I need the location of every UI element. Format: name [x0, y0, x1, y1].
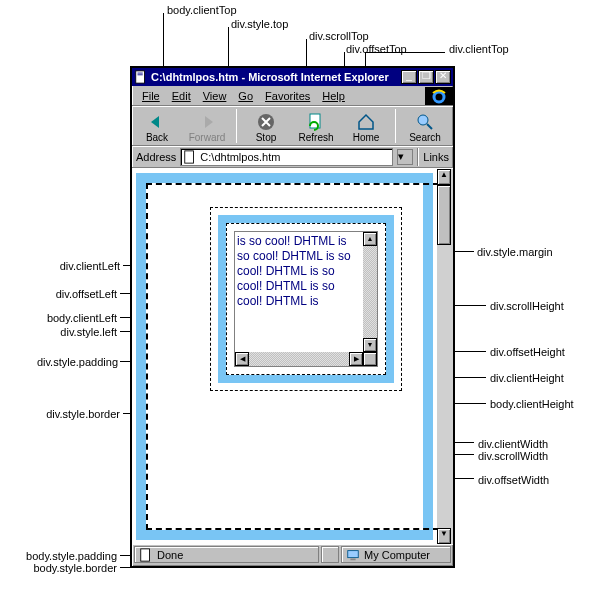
menu-favorites[interactable]: Favorites [259, 88, 316, 104]
forward-label: Forward [189, 132, 226, 143]
scroll-up-icon[interactable]: ▲ [363, 232, 377, 246]
address-dropdown[interactable]: ▾ [397, 149, 413, 165]
refresh-button[interactable]: Refresh [291, 110, 341, 143]
home-label: Home [353, 132, 380, 143]
menu-help[interactable]: Help [316, 88, 351, 104]
separator [395, 109, 396, 143]
lbl-body-clientleft: body.clientLeft [32, 312, 117, 324]
browser-window: C:\dhtmlpos.htm - Microsoft Internet Exp… [130, 66, 455, 568]
separator [417, 148, 419, 166]
menu-edit[interactable]: Edit [166, 88, 197, 104]
svg-point-3 [434, 92, 444, 102]
lbl-body-style-padding: body.style.padding [2, 550, 117, 562]
lbl-body-clientheight: body.clientHeight [490, 398, 574, 410]
separator [236, 109, 237, 143]
toolbar: Back Forward Stop Refresh Home [132, 106, 453, 146]
maximize-button[interactable]: ❐ [418, 70, 434, 84]
window-title: C:\dhtmlpos.htm - Microsoft Internet Exp… [151, 71, 401, 83]
lbl-div-clientleft: div.clientLeft [50, 260, 120, 272]
lbl-div-offsettop: div.offsetTop [346, 43, 407, 55]
home-icon [356, 112, 376, 132]
ie-logo [425, 87, 453, 105]
status-text: Done [157, 549, 183, 561]
title-bar[interactable]: C:\dhtmlpos.htm - Microsoft Internet Exp… [132, 68, 453, 86]
menu-file[interactable]: File [136, 88, 166, 104]
links-label[interactable]: Links [423, 151, 449, 163]
diagram-canvas: body.clientTop div.style.top div.scrollT… [0, 0, 609, 602]
lbl-div-style-margin: div.style.margin [477, 246, 553, 258]
address-url: C:\dhtmlpos.htm [200, 151, 280, 163]
lbl-body-style-border: body.style.border [10, 562, 117, 574]
menu-view[interactable]: View [197, 88, 233, 104]
lbl-div-offsetleft: div.offsetLeft [47, 288, 117, 300]
lbl-div-clientheight: div.clientHeight [490, 372, 564, 384]
menu-go[interactable]: Go [232, 88, 259, 104]
leader [365, 52, 445, 53]
search-label: Search [409, 132, 441, 143]
home-button[interactable]: Home [341, 110, 391, 143]
address-bar: Address C:\dhtmlpos.htm ▾ Links [132, 146, 453, 168]
lbl-div-clientwidth: div.clientWidth [478, 438, 548, 450]
svg-rect-1 [138, 73, 143, 74]
stop-label: Stop [256, 132, 277, 143]
lbl-div-style-border: div.style.border [30, 408, 120, 420]
search-button[interactable]: Search [400, 110, 450, 143]
status-zone: My Computer [341, 546, 451, 563]
refresh-label: Refresh [298, 132, 333, 143]
scroll-down-icon[interactable]: ▼ [437, 528, 451, 544]
status-done: Done [134, 546, 319, 563]
zone-text: My Computer [364, 549, 430, 561]
scroll-down-icon[interactable]: ▼ [363, 338, 377, 352]
back-icon [147, 112, 167, 132]
lbl-div-offsetwidth: div.offsetWidth [478, 474, 549, 486]
lbl-div-offsetheight: div.offsetHeight [490, 346, 565, 358]
lbl-div-scrollheight: div.scrollHeight [490, 300, 564, 312]
computer-icon [346, 548, 360, 562]
close-button[interactable]: ✕ [435, 70, 451, 84]
scroll-right-icon[interactable]: ▶ [349, 352, 363, 366]
back-button[interactable]: Back [132, 110, 182, 143]
stop-icon [256, 112, 276, 132]
lbl-div-style-top: div.style.top [231, 18, 288, 30]
forward-button[interactable]: Forward [182, 110, 232, 143]
svg-rect-8 [185, 151, 194, 163]
refresh-icon [306, 112, 326, 132]
div-content: is so cool! DHTML is so cool! DHTML is s… [235, 232, 363, 352]
scroll-left-icon[interactable]: ◀ [235, 352, 249, 366]
stop-button[interactable]: Stop [241, 110, 291, 143]
document-icon [139, 548, 153, 562]
address-label: Address [136, 151, 176, 163]
viewport-scrollbar[interactable]: ▲ ▼ [437, 169, 453, 544]
address-input[interactable]: C:\dhtmlpos.htm [180, 148, 393, 166]
document-viewport: is so cool! DHTML is so cool! DHTML is s… [132, 168, 453, 544]
svg-rect-11 [350, 558, 355, 560]
minimize-button[interactable]: _ [401, 70, 417, 84]
menu-bar: File Edit View Go Favorites Help [132, 86, 453, 106]
scroll-corner [363, 352, 377, 366]
div-vertical-scrollbar[interactable]: ▲ ▼ [363, 232, 377, 352]
forward-icon [197, 112, 217, 132]
svg-rect-10 [348, 550, 359, 557]
status-bar: Done My Computer [132, 544, 453, 564]
svg-line-7 [427, 124, 432, 129]
scroll-thumb[interactable] [437, 185, 451, 245]
lbl-div-clienttop: div.clientTop [449, 43, 509, 55]
lbl-div-style-padding: div.style.padding [23, 356, 118, 368]
lbl-div-style-left: div.style.left [52, 326, 117, 338]
lbl-div-scrolltop: div.scrollTop [309, 30, 369, 42]
back-label: Back [146, 132, 168, 143]
lbl-div-scrollwidth: div.scrollWidth [478, 450, 548, 462]
document-icon [134, 70, 148, 84]
status-cell [321, 546, 339, 563]
svg-rect-2 [138, 74, 143, 75]
svg-point-6 [418, 115, 428, 125]
div-horizontal-scrollbar[interactable]: ◀ ▶ [235, 352, 363, 366]
document-icon [183, 150, 197, 164]
svg-rect-9 [141, 548, 150, 560]
lbl-body-clienttop: body.clientTop [167, 4, 237, 16]
scroll-up-icon[interactable]: ▲ [437, 169, 451, 185]
div-client-area: is so cool! DHTML is so cool! DHTML is s… [234, 231, 378, 367]
search-icon [415, 112, 435, 132]
